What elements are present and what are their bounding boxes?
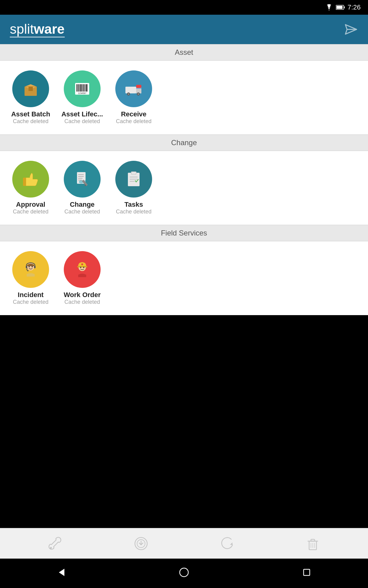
status-bar: 7:26 — [0, 0, 368, 15]
back-icon — [56, 567, 67, 578]
svg-rect-50 — [77, 266, 87, 267]
item-work-order[interactable]: Work Order Cache deleted — [58, 249, 107, 308]
approval-icon — [12, 161, 49, 198]
svg-rect-2 — [336, 6, 343, 9]
send-icon — [342, 21, 358, 37]
svg-rect-15 — [83, 84, 84, 92]
tasks-icon — [115, 161, 152, 198]
svg-point-25 — [138, 93, 139, 95]
svg-point-51 — [81, 263, 83, 265]
receive-title: Receive — [121, 110, 146, 118]
asset-batch-subtitle: Cache deleted — [13, 118, 48, 125]
asset-lifecycle-subtitle: Cache deleted — [64, 118, 100, 125]
tasks-subtitle: Cache deleted — [116, 209, 151, 215]
svg-rect-13 — [80, 84, 82, 92]
bottom-toolbar — [0, 528, 368, 559]
section-asset-label: Asset — [175, 48, 193, 56]
incident-subtitle: Cache deleted — [13, 299, 48, 305]
refresh-button[interactable] — [219, 536, 235, 552]
svg-rect-19 — [125, 87, 136, 93]
change-items-grid: Approval Cache deleted — [0, 151, 368, 225]
svg-rect-39 — [132, 172, 136, 174]
download-circle-icon — [133, 536, 149, 552]
svg-point-53 — [83, 267, 84, 268]
battery-icon — [336, 4, 345, 10]
field-services-items-grid: Incident Cache deleted — [0, 241, 368, 315]
work-order-title: Work Order — [64, 291, 101, 299]
asset-items-grid: Asset Batch Cache deleted 1234567 — [0, 61, 368, 134]
svg-point-66 — [180, 568, 188, 577]
refresh-icon — [219, 536, 235, 552]
svg-point-52 — [80, 267, 81, 268]
svg-text:1234567: 1234567 — [78, 92, 86, 94]
nav-home-button[interactable] — [178, 567, 190, 580]
nav-back-button[interactable] — [56, 567, 67, 580]
svg-rect-1 — [344, 6, 345, 8]
section-change-label: Change — [171, 138, 197, 147]
wifi-icon — [325, 4, 333, 11]
status-icons: 7:26 — [325, 3, 361, 11]
asset-lifecycle-title: Asset Lifec... — [61, 110, 103, 118]
svg-rect-12 — [79, 84, 80, 92]
svg-point-44 — [29, 266, 30, 267]
logo-underline — [10, 37, 65, 37]
item-change[interactable]: Change Cache deleted — [58, 158, 107, 217]
svg-rect-26 — [136, 85, 141, 88]
android-nav-bar — [0, 559, 368, 588]
status-time: 7:26 — [347, 3, 361, 11]
app-header: splitware — [0, 15, 368, 44]
settings-button[interactable] — [47, 536, 63, 552]
nav-recents-button[interactable] — [301, 567, 312, 580]
item-tasks[interactable]: Tasks Cache deleted — [109, 158, 158, 217]
section-field-services-label: Field Services — [161, 229, 207, 237]
svg-rect-16 — [85, 84, 86, 92]
app-logo: splitware — [10, 21, 65, 37]
svg-rect-10 — [76, 84, 77, 92]
section-change: Change — [0, 134, 368, 151]
item-approval[interactable]: Approval Cache deleted — [6, 158, 55, 217]
asset-batch-icon — [12, 70, 49, 107]
item-receive[interactable]: Receive Cache deleted — [109, 68, 158, 127]
receive-subtitle: Cache deleted — [116, 118, 151, 125]
main-content: Asset Asset Batch Cache deleted — [0, 44, 368, 315]
logo-container: splitware — [10, 21, 65, 37]
trash-icon — [305, 536, 321, 552]
change-icon — [64, 161, 101, 198]
section-field-services: Field Services — [0, 225, 368, 241]
send-button[interactable] — [342, 21, 358, 37]
work-order-icon — [64, 251, 101, 288]
receive-icon — [115, 70, 152, 107]
svg-point-23 — [128, 93, 129, 95]
approval-title: Approval — [16, 201, 45, 209]
svg-point-45 — [32, 266, 33, 267]
change-subtitle: Cache deleted — [64, 209, 100, 215]
change-title: Change — [70, 201, 95, 209]
home-icon — [178, 567, 190, 578]
svg-marker-58 — [230, 542, 232, 545]
incident-title: Incident — [18, 291, 44, 299]
delete-button[interactable] — [305, 536, 321, 552]
item-incident[interactable]: Incident Cache deleted — [6, 249, 55, 308]
tasks-title: Tasks — [125, 201, 143, 209]
asset-batch-title: Asset Batch — [11, 110, 50, 118]
svg-rect-27 — [23, 178, 26, 186]
svg-marker-65 — [59, 569, 64, 576]
svg-rect-11 — [78, 84, 79, 92]
item-asset-lifecycle[interactable]: 1234567 Asset Lifec... Cache deleted — [58, 68, 107, 127]
svg-rect-47 — [34, 266, 36, 268]
asset-lifecycle-icon: 1234567 — [64, 70, 101, 107]
download-button[interactable] — [133, 536, 149, 552]
svg-rect-7 — [29, 87, 33, 91]
incident-icon — [12, 251, 49, 288]
svg-rect-61 — [311, 539, 315, 541]
svg-point-54 — [50, 547, 52, 549]
svg-rect-14 — [82, 84, 83, 92]
recents-icon — [301, 567, 312, 578]
svg-point-48 — [27, 270, 29, 271]
item-asset-batch[interactable]: Asset Batch Cache deleted — [6, 68, 55, 127]
approval-subtitle: Cache deleted — [13, 209, 48, 215]
svg-rect-17 — [86, 84, 87, 92]
svg-rect-67 — [304, 569, 310, 575]
wrench-icon — [47, 536, 63, 552]
section-asset: Asset — [0, 44, 368, 61]
